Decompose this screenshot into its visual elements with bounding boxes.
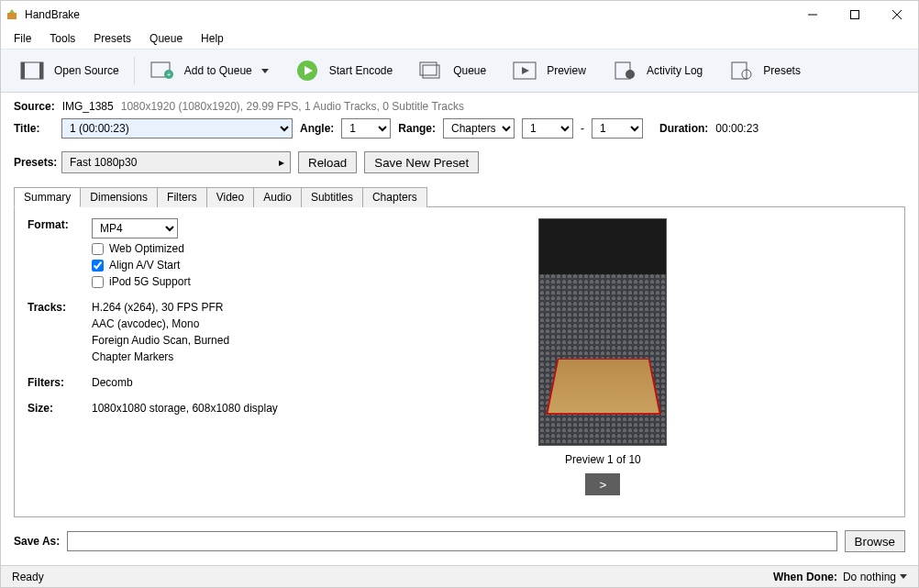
tracks-line: Foreign Audio Scan, Burned — [92, 334, 278, 347]
start-encode-button[interactable]: Start Encode — [282, 57, 405, 84]
svg-rect-6 — [21, 62, 25, 79]
add-to-queue-button[interactable]: + Add to Queue — [137, 57, 282, 84]
film-icon — [19, 61, 45, 81]
svg-text:+: + — [166, 71, 171, 79]
presets-label: Presets — [763, 64, 801, 77]
menu-queue[interactable]: Queue — [142, 30, 190, 47]
log-icon — [612, 61, 637, 81]
svg-rect-7 — [39, 62, 43, 79]
preview-next-button[interactable]: > — [585, 473, 620, 495]
presets-button[interactable]: Presets — [715, 57, 814, 84]
title-select[interactable]: 1 (00:00:23) — [61, 118, 293, 139]
save-row: Save As: Browse — [1, 517, 918, 565]
queue-button[interactable]: Queue — [405, 57, 499, 84]
chevron-right-icon: ▸ — [279, 156, 284, 169]
source-value: IMG_1385 — [62, 100, 114, 113]
tab-video[interactable]: Video — [206, 187, 254, 207]
format-label: Format: — [28, 218, 92, 288]
menu-file[interactable]: File — [6, 30, 39, 47]
save-as-label: Save As: — [14, 535, 60, 548]
start-encode-label: Start Encode — [329, 64, 393, 77]
svg-point-18 — [626, 70, 635, 79]
activity-log-label: Activity Log — [647, 64, 703, 77]
tab-panel: Format: MP4 Web Optimized Align A/V Star… — [14, 206, 905, 517]
activity-log-button[interactable]: Activity Log — [599, 57, 715, 84]
range-sep: - — [581, 122, 584, 135]
menu-tools[interactable]: Tools — [42, 30, 83, 47]
window-title: HandBrake — [25, 8, 80, 21]
ipod-checkbox[interactable]: iPod 5G Support — [92, 275, 278, 288]
close-button[interactable] — [876, 1, 918, 28]
svg-rect-0 — [7, 13, 17, 19]
title-label: Title: — [14, 122, 54, 135]
status-text: Ready — [12, 571, 44, 583]
angle-select[interactable]: 1 — [341, 118, 391, 139]
toolbar: Open Source + Add to Queue Start Encode … — [1, 49, 918, 93]
tab-chapters[interactable]: Chapters — [362, 187, 427, 207]
duration-label: Duration: — [659, 122, 708, 135]
preset-value: Fast 1080p30 — [70, 156, 137, 169]
source-label: Source: — [14, 100, 55, 113]
preview-pager-label: Preview 1 of 10 — [565, 453, 641, 466]
source-row: Source: IMG_1385 1080x1920 (1080x1920), … — [1, 93, 918, 113]
chevron-down-icon — [900, 574, 907, 579]
preview-button[interactable]: Preview — [499, 57, 599, 84]
tracks-line: AAC (avcodec), Mono — [92, 317, 278, 330]
open-source-label: Open Source — [54, 64, 119, 77]
web-optimized-checkbox[interactable]: Web Optimized — [92, 242, 278, 255]
presets-icon — [728, 61, 754, 81]
chevron-down-icon — [261, 69, 269, 73]
queue-label: Queue — [453, 64, 486, 77]
presets-row: Presets: Fast 1080p30 ▸ Reload Save New … — [1, 139, 918, 173]
queue-icon — [418, 61, 444, 81]
menu-help[interactable]: Help — [194, 30, 231, 47]
range-end-select[interactable]: 1 — [592, 118, 643, 139]
statusbar: Ready When Done: Do nothing — [1, 565, 918, 587]
play-icon — [294, 61, 320, 81]
add-to-queue-label: Add to Queue — [184, 64, 252, 77]
presets-label: Presets: — [14, 156, 54, 169]
size-label: Size: — [28, 402, 92, 415]
range-label: Range: — [398, 122, 436, 135]
filters-label: Filters: — [28, 376, 92, 389]
tab-filters[interactable]: Filters — [157, 187, 207, 207]
tab-dimensions[interactable]: Dimensions — [80, 187, 158, 207]
title-row: Title: 1 (00:00:23) Angle: 1 Range: Chap… — [1, 113, 918, 139]
preview-image — [538, 218, 667, 446]
tabs: Summary Dimensions Filters Video Audio S… — [14, 186, 905, 206]
menu-presets[interactable]: Presets — [86, 30, 138, 47]
picture-add-icon: + — [149, 61, 175, 81]
tab-subtitles[interactable]: Subtitles — [301, 187, 363, 207]
minimize-button[interactable] — [792, 1, 834, 28]
source-details: 1080x1920 (1080x1920), 29.99 FPS, 1 Audi… — [121, 100, 464, 113]
browse-button[interactable]: Browse — [845, 530, 905, 552]
svg-marker-16 — [522, 67, 529, 74]
tab-audio[interactable]: Audio — [253, 187, 302, 207]
preset-select[interactable]: Fast 1080p30 ▸ — [61, 151, 291, 173]
menubar: File Tools Presets Queue Help — [1, 28, 918, 49]
format-select[interactable]: MP4 — [92, 218, 178, 239]
range-type-select[interactable]: Chapters — [443, 118, 515, 139]
save-as-input[interactable] — [67, 531, 836, 551]
align-av-checkbox[interactable]: Align A/V Start — [92, 259, 278, 272]
save-new-preset-button[interactable]: Save New Preset — [364, 151, 479, 173]
titlebar: HandBrake — [1, 1, 918, 28]
tracks-list: H.264 (x264), 30 FPS PFR AAC (avcodec), … — [92, 301, 278, 363]
svg-rect-2 — [851, 11, 859, 19]
tracks-line: Chapter Markers — [92, 350, 278, 363]
when-done-select[interactable]: Do nothing — [843, 571, 907, 583]
summary-grid: Format: MP4 Web Optimized Align A/V Star… — [28, 218, 278, 505]
range-start-select[interactable]: 1 — [522, 118, 573, 139]
duration-value: 00:00:23 — [715, 122, 758, 135]
preview-label: Preview — [547, 64, 586, 77]
app-icon — [5, 7, 19, 22]
tab-summary[interactable]: Summary — [14, 187, 81, 207]
open-source-button[interactable]: Open Source — [6, 57, 132, 84]
reload-button[interactable]: Reload — [298, 151, 357, 173]
tracks-label: Tracks: — [28, 301, 92, 363]
size-value: 1080x1080 storage, 608x1080 display — [92, 402, 278, 415]
maximize-button[interactable] — [834, 1, 876, 28]
filters-value: Decomb — [92, 376, 278, 389]
tracks-line: H.264 (x264), 30 FPS PFR — [92, 301, 278, 314]
angle-label: Angle: — [300, 122, 334, 135]
